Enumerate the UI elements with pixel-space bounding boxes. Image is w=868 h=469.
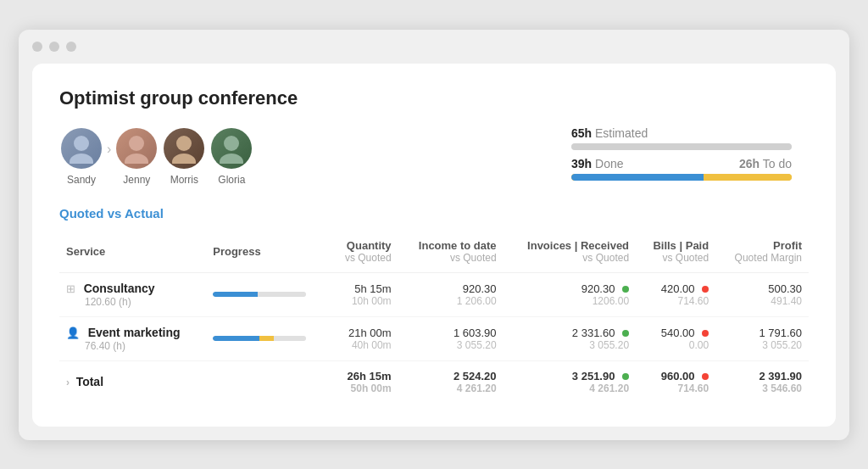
avatar-morris: Morris (162, 126, 206, 186)
app-window: Optimist group conference Sandy (19, 30, 849, 440)
done-todo-bar (571, 174, 792, 181)
estimated-label: Estimated (595, 126, 648, 140)
svg-point-4 (176, 136, 192, 151)
bills-dot-red (702, 286, 709, 293)
bills-sub: 714.60 (643, 295, 709, 307)
service-name: Event marketing (88, 326, 181, 339)
avatar-morris-name: Morris (170, 174, 198, 186)
col-profit: ProfitQuoted Margin (715, 234, 809, 273)
person-icon: 👤 (66, 327, 80, 339)
income-sub: 1 206.00 (405, 295, 497, 307)
main-card: Optimist group conference Sandy (32, 64, 836, 427)
total-bills-dot (702, 373, 709, 380)
svg-point-1 (70, 154, 93, 164)
col-progress: Progress (206, 234, 329, 273)
col-quantity: Quantityvs Quoted (329, 234, 398, 273)
total-qty-main: 26h 15m (336, 370, 391, 382)
table-header-row: Service Progress Quantityvs Quoted Incom… (59, 234, 809, 273)
total-quantity-cell: 26h 15m 50h 00m (329, 360, 398, 403)
section-title: Quoted vs Actual (59, 206, 809, 221)
done-todo-row: 39h Done 26h To do (571, 157, 809, 181)
invoices-cell: 2 331.60 3 055.20 (504, 316, 636, 360)
window-dot-yellow (49, 42, 59, 52)
bills-dot-red (702, 330, 709, 337)
todo-label: To do (763, 157, 792, 170)
table-row: 👤 Event marketing 76.40 (h) 21h 00m (59, 316, 809, 360)
progress-cell (206, 316, 329, 360)
profit-cell: 1 791.60 3 055.20 (715, 316, 809, 360)
total-bills-sub: 714.60 (643, 382, 709, 394)
avatar-jenny-name: Jenny (123, 174, 150, 186)
bills-cell: 420.00 714.60 (636, 272, 715, 316)
window-dot-red (32, 42, 42, 52)
todo-hours: 26h (739, 157, 760, 170)
total-invoices-cell: 3 251.90 4 261.20 (504, 360, 636, 403)
profit-main: 1 791.60 (722, 327, 802, 339)
income-main: 1 603.90 (405, 327, 497, 339)
total-profit-sub: 3 546.60 (722, 382, 802, 394)
income-cell: 920.30 1 206.00 (398, 272, 504, 316)
avatar-jenny: Jenny (114, 126, 159, 186)
qty-main: 5h 15m (336, 282, 391, 295)
bills-main: 420.00 (661, 282, 695, 295)
total-income-sub: 4 261.20 (405, 382, 497, 394)
progress-bar-consultancy (213, 292, 306, 297)
progress-bar-event (213, 336, 306, 341)
invoices-main: 920.30 (581, 282, 615, 295)
total-income-main: 2 524.20 (405, 370, 497, 382)
progress-cell (206, 272, 329, 316)
team-section: Sandy › Jenny (59, 126, 253, 186)
income-main: 920.30 (405, 282, 497, 295)
col-bills: Bills | Paidvs Quoted (636, 234, 715, 273)
data-table: Service Progress Quantityvs Quoted Incom… (59, 234, 809, 403)
bills-sub: 0.00 (643, 339, 709, 351)
svg-point-0 (74, 136, 89, 151)
invoices-dot-green (622, 330, 629, 337)
invoices-main: 2 331.60 (572, 327, 615, 339)
bills-cell: 540.00 0.00 (636, 316, 715, 360)
table-row-total: › Total 26h 15m 50h 00m 2 524.20 4 261.2… (59, 360, 809, 403)
titlebar (19, 30, 849, 60)
estimated-hours: 65h (571, 126, 592, 140)
avatar-sandy: Sandy (59, 126, 103, 186)
total-label: Total (76, 375, 103, 388)
avatar-gloria: Gloria (209, 126, 253, 186)
total-bills-cell: 960.00 714.60 (636, 360, 715, 403)
done-hours: 39h (571, 157, 592, 170)
done-label: Done (595, 157, 623, 170)
col-invoices: Invoices | Receivedvs Quoted (504, 234, 636, 273)
invoices-sub: 1206.00 (510, 295, 629, 307)
chevron-icon: › (66, 377, 70, 388)
profit-sub: 491.40 (722, 295, 802, 307)
total-service-cell: › Total (59, 360, 206, 403)
qty-sub: 40h 00m (336, 339, 391, 351)
income-sub: 3 055.20 (405, 339, 497, 351)
estimated-row: 65h Estimated (571, 126, 809, 150)
invoices-sub: 3 055.20 (510, 339, 629, 351)
estimated-bar (571, 143, 792, 150)
profit-sub: 3 055.20 (722, 339, 802, 351)
stats-section: 65h Estimated 39h Done 26h (571, 126, 809, 181)
quantity-cell: 21h 00m 40h 00m (329, 316, 398, 360)
col-income: Income to datevs Quoted (398, 234, 504, 273)
qty-main: 21h 00m (336, 327, 391, 339)
service-cell: 👤 Event marketing 76.40 (h) (59, 316, 206, 360)
profit-main: 500.30 (722, 282, 802, 295)
total-bills-main: 960.00 (661, 370, 695, 382)
total-invoices-main: 3 251.90 (572, 370, 615, 382)
total-qty-sub: 50h 00m (336, 382, 391, 394)
total-profit-cell: 2 391.90 3 546.60 (715, 360, 809, 403)
total-profit-main: 2 391.90 (722, 370, 802, 382)
income-cell: 1 603.90 3 055.20 (398, 316, 504, 360)
service-sub: 76.40 (h) (66, 340, 125, 352)
top-section: Sandy › Jenny (59, 126, 809, 186)
svg-point-5 (172, 154, 196, 164)
page-title: Optimist group conference (59, 87, 809, 109)
avatar-sandy-name: Sandy (67, 174, 96, 186)
table-row: ⊞ Consultancy 120.60 (h) 5h 15m 10h 00m (59, 272, 809, 316)
total-progress-cell (206, 360, 329, 403)
service-cell: ⊞ Consultancy 120.60 (h) (59, 272, 206, 316)
total-invoices-sub: 4 261.20 (510, 382, 629, 394)
total-income-cell: 2 524.20 4 261.20 (398, 360, 504, 403)
service-sub: 120.60 (h) (66, 296, 131, 308)
